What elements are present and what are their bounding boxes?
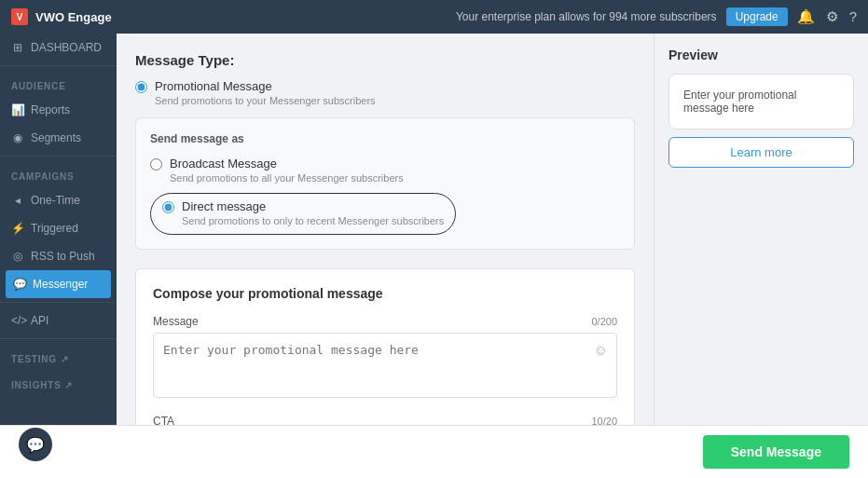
topbar: V VWO Engage Your enterprise plan allows… [0, 0, 868, 34]
sidebar-api-label: API [31, 314, 48, 327]
app-logo: V [11, 8, 28, 25]
sidebar-messenger-label: Messenger [33, 278, 88, 291]
send-message-button[interactable]: Send Message [703, 435, 849, 469]
preview-panel: Preview Enter your promotional message h… [654, 34, 868, 425]
onetime-icon: ◂ [11, 194, 24, 207]
bell-icon[interactable]: 🔔 [797, 8, 815, 25]
gear-icon[interactable]: ⚙ [826, 8, 838, 25]
sidebar-dashboard-label: DASHBOARD [31, 41, 102, 54]
app-name: VWO Engage [35, 10, 112, 24]
sidebar-rss-label: RSS to Push [31, 250, 95, 263]
direct-label: Direct message [182, 199, 444, 213]
topbar-right: Your enterprise plan allows for 994 more… [456, 7, 857, 26]
sidebar-segments-label: Segments [31, 131, 81, 144]
sidebar-audience-section: AUDIENCE [0, 70, 117, 96]
preview-message-box: Enter your promotional message here [668, 74, 854, 130]
compose-title: Compose your promotional message [153, 286, 617, 301]
cta-label: CTA [153, 415, 174, 425]
dashboard-icon: ⊞ [11, 41, 24, 54]
sidebar-item-reports[interactable]: 📊 Reports [0, 96, 117, 124]
promo-radio[interactable] [135, 81, 147, 93]
message-type-title: Message Type: [135, 52, 635, 68]
chat-bubble[interactable]: 💬 [19, 428, 52, 461]
preview-cta-button[interactable]: Learn more [668, 137, 854, 168]
direct-radio[interactable] [162, 201, 174, 213]
sidebar-triggered-label: Triggered [31, 222, 78, 235]
broadcast-radio[interactable] [150, 158, 162, 171]
sidebar-item-segments[interactable]: ◉ Segments [0, 124, 117, 152]
promo-option[interactable]: Promotional Message Send promotions to y… [135, 79, 635, 106]
emoji-icon[interactable]: ☺ [594, 342, 608, 358]
topbar-icons: 🔔 ⚙ ? [797, 8, 857, 25]
message-textarea[interactable] [153, 333, 617, 398]
upgrade-button[interactable]: Upgrade [726, 7, 788, 26]
send-as-box: Send message as Broadcast Message Send p… [135, 117, 635, 250]
content-area: Message Type: Promotional Message Send p… [117, 34, 654, 425]
sidebar-item-messenger[interactable]: 💬 Messenger [6, 270, 111, 298]
segments-icon: ◉ [11, 131, 24, 144]
messenger-icon: 💬 [13, 278, 26, 291]
topbar-left: V VWO Engage [11, 8, 112, 25]
sidebar-reports-label: Reports [31, 103, 70, 116]
broadcast-sublabel: Send promotions to all your Messenger su… [170, 172, 404, 184]
bottom-bar: ‹ Send Message [0, 425, 868, 478]
sidebar-campaigns-section: CAMPAIGNS [0, 160, 117, 186]
sidebar-item-api[interactable]: </> API [0, 307, 117, 335]
message-count: 0/200 [591, 316, 617, 327]
message-textarea-wrapper: ☺ [153, 333, 617, 401]
direct-option[interactable]: Direct message Send promotions to only t… [162, 199, 444, 226]
sidebar: ⊞ DASHBOARD AUDIENCE 📊 Reports ◉ Segment… [0, 34, 117, 425]
logo-text: V [17, 12, 23, 22]
cta-field-row: CTA 10/20 [153, 415, 617, 425]
sidebar-testing-section: TESTING ↗ [0, 343, 117, 369]
message-field-row: Message 0/200 ☺ [153, 315, 617, 401]
sidebar-item-rss[interactable]: ◎ RSS to Push [0, 242, 117, 270]
sidebar-item-triggered[interactable]: ⚡ Triggered [0, 214, 117, 242]
send-as-title: Send message as [150, 132, 620, 145]
sidebar-item-dashboard[interactable]: ⊞ DASHBOARD [0, 34, 117, 61]
rss-icon: ◎ [11, 250, 24, 263]
sidebar-insights-section: INSIGHTS ↗ [0, 369, 117, 395]
broadcast-option[interactable]: Broadcast Message Send promotions to all… [150, 157, 620, 184]
preview-message-text: Enter your promotional message here [683, 89, 796, 115]
cta-field-header: CTA 10/20 [153, 415, 617, 425]
preview-title: Preview [668, 48, 854, 62]
help-icon[interactable]: ? [849, 8, 857, 25]
promo-radio-group: Promotional Message Send promotions to y… [135, 79, 635, 106]
chat-icon: 💬 [26, 436, 45, 454]
sidebar-item-onetime[interactable]: ◂ One-Time [0, 186, 117, 214]
message-field-header: Message 0/200 [153, 315, 617, 328]
triggered-icon: ⚡ [11, 222, 24, 235]
promo-sublabel: Send promotions to your Messenger subscr… [155, 95, 376, 106]
sidebar-onetime-label: One-Time [31, 194, 80, 207]
enterprise-notice: Your enterprise plan allows for 994 more… [456, 10, 717, 23]
broadcast-label: Broadcast Message [170, 157, 404, 171]
compose-section: Compose your promotional message Message… [135, 268, 635, 425]
message-type-section: Message Type: Promotional Message Send p… [135, 52, 635, 250]
reports-icon: 📊 [11, 103, 24, 116]
direct-sublabel: Send promotions to only to recent Messen… [182, 215, 444, 226]
api-icon: </> [11, 314, 24, 327]
message-label: Message [153, 315, 199, 328]
cta-count: 10/20 [591, 416, 617, 425]
promo-label: Promotional Message [155, 79, 376, 93]
